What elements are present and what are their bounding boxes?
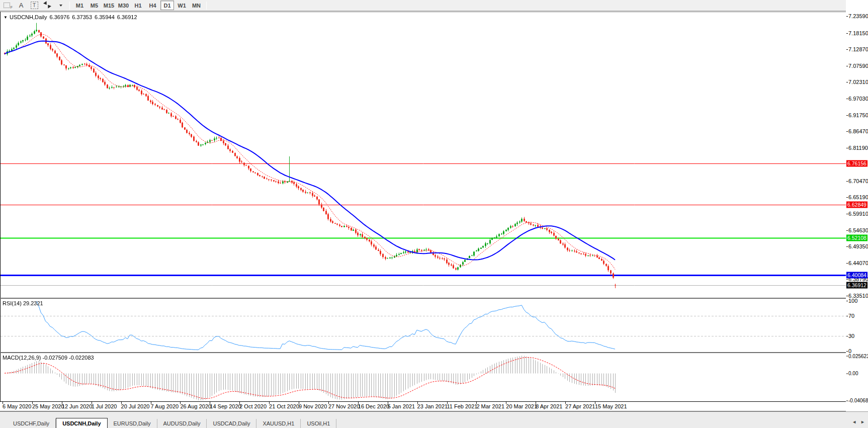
price-chart-canvas[interactable] <box>1 13 846 298</box>
chart-window-top-border <box>0 12 868 12</box>
date-axis-label: 27 Nov 2020 <box>328 403 360 409</box>
date-axis-label: 27 Apr 2021 <box>565 403 595 409</box>
timeframe-button-group: M1M5M15M30H1H4D1W1MN <box>72 1 204 10</box>
chart-tab-usoil[interactable]: USOil,H1 <box>301 419 336 428</box>
timeframe-button-d1[interactable]: D1 <box>160 1 174 10</box>
date-axis-label: 6 May 2020 <box>3 403 31 409</box>
date-axis-label: 23 Jan 2021 <box>417 403 448 409</box>
chart-tab-eurusd[interactable]: EURUSD,Daily <box>108 419 157 428</box>
hline-price-tag: 6.40084 <box>846 272 867 279</box>
macd-label: MACD(12,26,9) -0.027509 -0.022083 <box>3 355 94 361</box>
axis-label: 7.12870 <box>848 46 868 52</box>
axis-label: 6.70470 <box>848 178 868 184</box>
date-axis-label: 14 Sep 2020 <box>210 403 241 409</box>
ohlc-open: 6.36976 <box>49 14 69 20</box>
date-axis-label: 20 Jul 2020 <box>121 403 150 409</box>
date-axis[interactable]: 6 May 202025 May 202012 Jun 20201 Jul 20… <box>0 402 846 411</box>
text-label-icon: T <box>31 2 38 9</box>
date-axis-label: 8 Apr 2021 <box>536 403 562 409</box>
axis-label: 6.81190 <box>848 145 868 151</box>
cursor-arrows-tool-button[interactable] <box>41 1 53 10</box>
axis-label: -0.040687 <box>848 398 868 403</box>
bottom-strip <box>0 411 868 418</box>
axis-label: 0.025623 <box>848 353 868 359</box>
font-tool-button[interactable]: A <box>15 1 27 10</box>
axis-label: 7.23590 <box>848 13 868 19</box>
macd-indicator-canvas[interactable] <box>1 353 846 401</box>
axis-label: 6.59910 <box>848 211 868 217</box>
hline-price-tag: 6.62849 <box>846 201 867 208</box>
date-axis-label: 26 Aug 2020 <box>180 403 211 409</box>
tab-scroll-left-icon[interactable]: ◄ <box>852 419 856 424</box>
axis-label: 7.18150 <box>848 30 868 36</box>
chart-tab-usdcnh[interactable]: USDCNH,Daily <box>56 418 107 428</box>
axis-label: 0.00 <box>848 371 858 376</box>
timeframe-button-m1[interactable]: M1 <box>73 1 86 10</box>
collapse-triangle-icon[interactable]: ▼ <box>4 15 8 20</box>
tab-scroll-right-icon[interactable]: ► <box>860 419 865 424</box>
axis-label: 70 <box>848 313 854 319</box>
date-axis-label: 21 Oct 2020 <box>269 403 299 409</box>
timeframe-button-m30[interactable]: M30 <box>117 1 130 10</box>
date-axis-label: 25 May 2020 <box>32 403 64 409</box>
cursor-tool-dropdown-button[interactable] <box>54 1 66 10</box>
date-axis-label: 12 Jun 2020 <box>62 403 93 409</box>
hline-price-tag: 6.76156 <box>846 160 867 166</box>
timeframe-button-m5[interactable]: M5 <box>88 1 101 10</box>
hline-price-tag: 6.52108 <box>846 235 867 241</box>
toolbar-separator <box>69 2 70 10</box>
axis-label: 6.44070 <box>848 260 868 266</box>
ohlc-close: 6.36912 <box>117 14 137 20</box>
chart-tab-audusd[interactable]: AUDUSD,Daily <box>157 419 207 428</box>
ohlc-low: 6.35944 <box>95 14 115 20</box>
axis-label: 30 <box>848 333 854 339</box>
axis-label: 6.86470 <box>848 128 868 134</box>
chart-tab-usdcad[interactable]: USDCAD,Daily <box>207 419 256 428</box>
date-axis-label: 16 Dec 2020 <box>358 403 389 409</box>
date-axis-label: 2 Mar 2021 <box>476 403 504 409</box>
date-axis-label: 7 Aug 2020 <box>151 403 179 409</box>
axis-label: 6.65190 <box>848 194 868 200</box>
tab-scroll-controls: ◄ ► <box>852 419 865 424</box>
axis-label: 100 <box>848 298 857 304</box>
toolbar-separator <box>206 2 207 10</box>
chart-symbol-label: USDCNH,Daily <box>10 14 47 20</box>
date-axis-label: 15 May 2021 <box>595 403 627 409</box>
date-axis-label: 1 Jul 2020 <box>92 403 117 409</box>
dropdown-caret-icon <box>59 5 62 7</box>
axis-label: 6.97030 <box>848 96 868 102</box>
timeframe-button-m15[interactable]: M15 <box>102 1 116 10</box>
chart-tab-bar: USDCHF,DailyUSDCNH,DailyEURUSD,DailyAUDU… <box>0 418 868 428</box>
rsi-indicator-canvas[interactable] <box>1 299 846 352</box>
text-label-tool-button[interactable]: T <box>28 1 40 10</box>
rsi-label: RSI(14) 29.2321 <box>3 300 43 306</box>
axis-label: 6.49350 <box>848 243 868 249</box>
font-a-icon: A <box>19 2 24 9</box>
dotted-frame-tool-button[interactable]: F <box>2 1 14 10</box>
price-axis[interactable]: 7.235907.181507.128707.075907.023106.970… <box>846 0 868 411</box>
top-toolbar: F A T M1M5M15M30H1H4D1W1MN <box>0 0 868 11</box>
frame-f-label: F <box>11 6 13 10</box>
ohlc-high: 6.37353 <box>72 14 92 20</box>
chart-tab-usdchf[interactable]: USDCHF,Daily <box>7 419 56 428</box>
timeframe-button-h4[interactable]: H4 <box>146 1 159 10</box>
axis-label: 7.02310 <box>848 79 868 85</box>
axis-label: 6.54630 <box>848 227 868 233</box>
chart-header: ▼USDCNH,Daily6.369766.373536.359446.3691… <box>4 14 140 20</box>
date-axis-label: 20 Mar 2021 <box>506 403 537 409</box>
date-axis-label: 9 Nov 2020 <box>299 403 327 409</box>
cursor-arrows-icon <box>44 2 51 9</box>
timeframe-button-mn[interactable]: MN <box>190 1 203 10</box>
current-price-tag: 6.36912 <box>846 282 867 289</box>
dotted-frame-icon <box>4 3 10 8</box>
date-axis-label: 11 Feb 2021 <box>447 403 478 409</box>
date-axis-label: 5 Jan 2021 <box>388 403 415 409</box>
timeframe-button-h1[interactable]: H1 <box>131 1 145 10</box>
axis-label: 7.07590 <box>848 63 868 69</box>
timeframe-button-w1[interactable]: W1 <box>175 1 189 10</box>
date-axis-label: 2 Oct 2020 <box>239 403 267 409</box>
chart-tab-xauusd[interactable]: XAUUSD,H1 <box>256 419 301 428</box>
axis-label: 6.91750 <box>848 112 868 118</box>
